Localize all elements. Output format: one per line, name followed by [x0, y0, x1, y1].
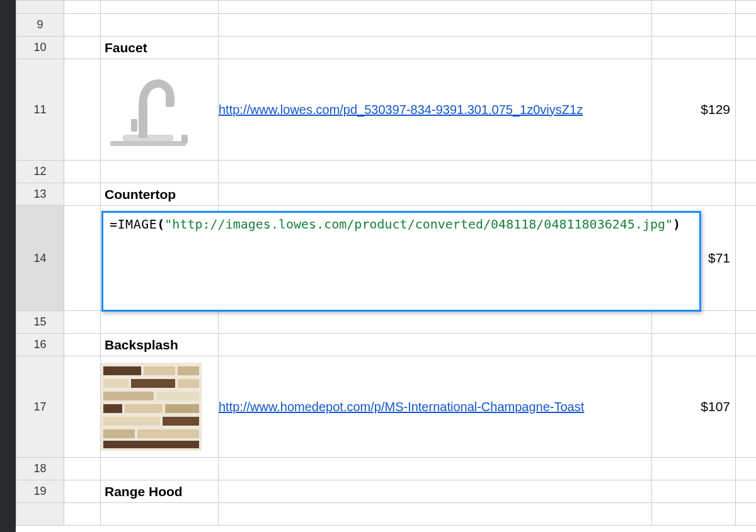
cell-c17-url[interactable]: http://www.homedepot.com/p/MS-Internatio… — [219, 356, 652, 458]
row-header-15[interactable]: 15 — [16, 311, 64, 334]
row-header-11[interactable]: 11 — [16, 59, 64, 161]
cell-a14[interactable] — [64, 206, 101, 311]
cell-c15[interactable] — [219, 311, 652, 334]
svg-rect-12 — [178, 379, 199, 388]
cell-a9[interactable] — [64, 14, 101, 37]
row-header-10[interactable]: 10 — [16, 37, 64, 59]
category-label: Backsplash — [101, 335, 218, 355]
cell[interactable] — [101, 1, 219, 14]
row-17: 17 — [16, 356, 757, 458]
row-header-14[interactable]: 14 — [16, 206, 64, 311]
cell-e19[interactable] — [736, 480, 757, 503]
cell-c10[interactable] — [219, 37, 652, 59]
cell-d17-price[interactable]: $107 — [652, 356, 736, 458]
cell-a16[interactable] — [64, 334, 101, 356]
cell-e9[interactable] — [736, 14, 757, 37]
row-top-partial — [16, 1, 757, 14]
cell[interactable] — [736, 1, 757, 14]
cell-d16[interactable] — [652, 334, 736, 356]
row-header-17[interactable]: 17 — [16, 356, 64, 458]
cell-a18[interactable] — [64, 458, 101, 480]
row-11: 11 http://www.lowes.com/pd_530397-834-93… — [16, 59, 757, 161]
row-number: 10 — [33, 41, 46, 54]
cell-d13[interactable] — [652, 183, 736, 206]
cell-e16[interactable] — [736, 334, 757, 356]
cell-b12[interactable] — [101, 161, 219, 183]
cell-e11[interactable] — [736, 59, 757, 161]
svg-rect-2 — [139, 103, 147, 138]
cell[interactable] — [652, 1, 736, 14]
row-header-12[interactable]: 12 — [16, 161, 64, 183]
cell-d9[interactable] — [652, 14, 736, 37]
cell[interactable] — [652, 503, 736, 526]
cell-e15[interactable] — [736, 311, 757, 334]
cell-c9[interactable] — [219, 14, 652, 37]
cell-c13[interactable] — [219, 183, 652, 206]
cell[interactable] — [219, 1, 652, 14]
cell-b10[interactable]: Faucet — [101, 37, 219, 59]
cell-a12[interactable] — [64, 161, 101, 183]
row-header-18[interactable]: 18 — [16, 458, 64, 480]
cell-d18[interactable] — [652, 458, 736, 480]
row-header-16[interactable]: 16 — [16, 334, 64, 356]
cell-a17[interactable] — [64, 356, 101, 458]
svg-rect-21 — [137, 429, 199, 438]
row-header-blank[interactable] — [16, 503, 64, 526]
svg-rect-3 — [166, 96, 175, 107]
cell-d15[interactable] — [652, 311, 736, 334]
cell[interactable] — [101, 503, 219, 526]
cell-a15[interactable] — [64, 311, 101, 334]
cell-b19[interactable]: Range Hood — [101, 480, 219, 503]
svg-rect-20 — [103, 429, 135, 438]
cell-b9[interactable] — [101, 14, 219, 37]
cell-e12[interactable] — [736, 161, 757, 183]
cell-c12[interactable] — [219, 161, 652, 183]
cell-c19[interactable] — [219, 480, 652, 503]
cell-b11-image[interactable] — [101, 59, 219, 161]
cell-e14[interactable] — [736, 206, 757, 311]
cell-b17-image[interactable] — [101, 356, 219, 458]
cell-b13[interactable]: Countertop — [101, 183, 219, 206]
cell-e18[interactable] — [736, 458, 757, 480]
cell-a11[interactable] — [64, 59, 101, 161]
row-header-19[interactable]: 19 — [16, 480, 64, 503]
cell-d11-price[interactable]: $129 — [652, 59, 736, 161]
cell-b15[interactable] — [101, 311, 219, 334]
cell-c16[interactable] — [219, 334, 652, 356]
cell[interactable] — [64, 503, 101, 526]
cell-a10[interactable] — [64, 37, 101, 59]
cell-a13[interactable] — [64, 183, 101, 206]
cell-a19[interactable] — [64, 480, 101, 503]
cell-b16[interactable]: Backsplash — [101, 334, 219, 356]
cell-d12[interactable] — [652, 161, 736, 183]
svg-rect-22 — [103, 441, 199, 448]
cell[interactable] — [219, 503, 652, 526]
cell-c18[interactable] — [219, 458, 652, 480]
cell-d10[interactable] — [652, 37, 736, 59]
row-header-13[interactable]: 13 — [16, 183, 64, 206]
row-16: 16 Backsplash — [16, 334, 757, 356]
price-value: $107 — [652, 399, 735, 414]
product-link[interactable]: http://www.homedepot.com/p/MS-Internatio… — [219, 400, 584, 414]
spreadsheet-viewport: 9 10 Faucet 11 — [0, 0, 756, 532]
svg-rect-8 — [144, 366, 175, 375]
app-frame-left — [0, 0, 16, 532]
cell[interactable] — [736, 503, 757, 526]
product-link[interactable]: http://www.lowes.com/pd_530397-834-9391.… — [219, 103, 583, 116]
row-header-9[interactable]: 9 — [16, 14, 64, 37]
svg-rect-13 — [103, 392, 154, 400]
cell-e17[interactable] — [736, 356, 757, 458]
cell-e13[interactable] — [736, 183, 757, 206]
cell-b18[interactable] — [101, 458, 219, 480]
cell-c11-url[interactable]: http://www.lowes.com/pd_530397-834-9391.… — [219, 59, 652, 161]
cell-d19[interactable] — [652, 480, 736, 503]
svg-rect-19 — [163, 417, 199, 426]
cell-e10[interactable] — [736, 37, 757, 59]
cell[interactable] — [64, 1, 101, 14]
row-header-blank[interactable] — [16, 1, 64, 14]
row-number: 16 — [33, 338, 46, 351]
cell-formula-editor[interactable]: =IMAGE("http://images.lowes.com/product/… — [101, 211, 701, 312]
row-15: 15 — [16, 311, 757, 334]
formula-open-paren: ( — [157, 217, 164, 232]
row-10: 10 Faucet — [16, 37, 757, 59]
